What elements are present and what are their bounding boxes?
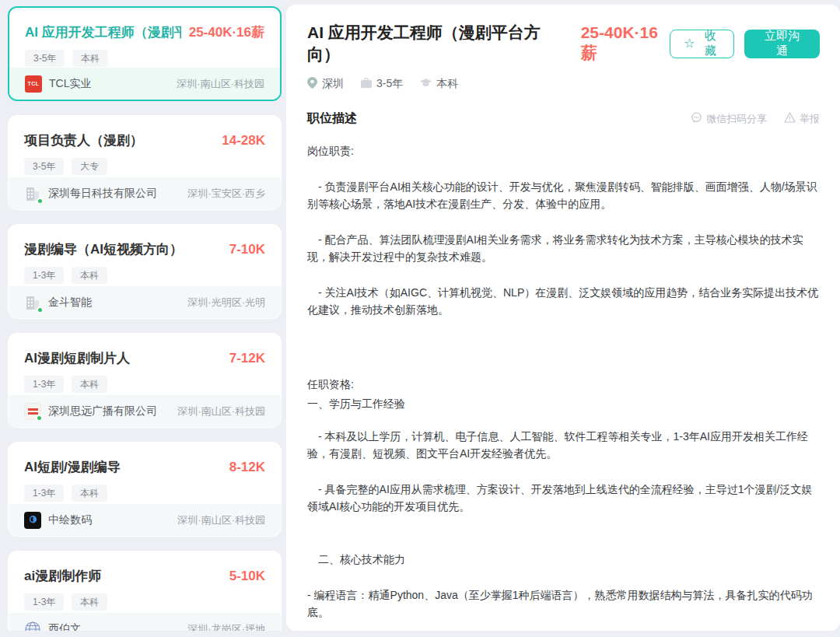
company-name: 西伯文 [48, 622, 187, 632]
education-tag: 本科 [72, 593, 107, 611]
desc-paragraph: - 本科及以上学历，计算机、电子信息、人工智能、软件工程等相关专业，1-3年AI… [307, 428, 820, 462]
company-location: 深圳·宝安区·西乡 [187, 187, 265, 201]
job-salary: 25-40K·16薪 [189, 23, 264, 41]
desc-paragraph: - 具备完整的AI应用从需求梳理、方案设计、开发落地到上线迭代的全流程经验，主导… [307, 481, 820, 515]
report-warning-icon [784, 112, 796, 125]
company-location: 深圳·南山区·科技园 [177, 513, 265, 527]
education-tag: 本科 [72, 50, 108, 67]
job-title: AI短剧/漫剧编导 [24, 458, 222, 476]
job-meta-row: 深圳 3-5年 本科 [307, 77, 820, 91]
briefcase-icon [361, 78, 372, 90]
job-card[interactable]: 漫剧编导（AI短视频方向） 7-10K 1-3年 本科 金斗智能 深圳·光明区·… [8, 224, 282, 319]
graduation-cap-icon [420, 78, 432, 90]
company-name: TCL实业 [49, 77, 177, 91]
job-card[interactable]: ai漫剧制作师 5-10K 1-3年 本科 西伯文 深圳·龙岗区·坪地 [8, 551, 282, 631]
company-name: 中绘数码 [48, 513, 177, 527]
city-meta: 深圳 [307, 77, 344, 91]
education-tag: 大专 [72, 158, 107, 175]
company-logo-zhonghui [24, 512, 41, 529]
experience-tag: 3-5年 [25, 50, 65, 67]
job-list: AI 应用开发工程师（漫剧平... 25-40K·16薪 3-5年 本科 TCL… [8, 6, 282, 631]
building-icon [24, 185, 41, 202]
job-title: ai漫剧制作师 [24, 567, 222, 585]
desc-paragraph: 二、核心技术能力 [307, 551, 820, 568]
job-detail-panel: AI 应用开发工程师（漫剧平台方向） 25-40K·16薪 ☆ 收藏 立即沟通 … [286, 5, 840, 631]
job-card[interactable]: AI 应用开发工程师（漫剧平... 25-40K·16薪 3-5年 本科 TCL… [8, 6, 282, 101]
chat-now-button[interactable]: 立即沟通 [744, 30, 820, 58]
job-salary: 5-10K [229, 569, 265, 584]
detail-salary: 25-40K·16薪 [581, 23, 670, 64]
location-pin-icon [307, 77, 317, 91]
job-title: AI漫剧短剧制片人 [24, 349, 222, 367]
experience-tag: 1-3年 [24, 485, 64, 502]
desc-paragraph: 岗位职责: [307, 142, 820, 159]
education-meta: 本科 [420, 77, 458, 91]
online-status-dot [36, 415, 43, 422]
company-name: 金斗智能 [48, 296, 187, 310]
education-tag: 本科 [72, 376, 107, 393]
building-icon [24, 294, 41, 311]
job-title: AI 应用开发工程师（漫剧平... [25, 23, 181, 41]
company-location: 深圳·南山区·科技园 [177, 404, 265, 418]
job-description-body: 岗位职责: - 负责漫剧平台AI相关核心功能的设计、开发与优化，聚焦漫剧转码、智… [307, 142, 820, 631]
job-title: 漫剧编导（AI短视频方向） [24, 240, 222, 258]
report-link[interactable]: 举报 [784, 112, 820, 126]
online-status-dot [37, 198, 44, 205]
experience-tag: 1-3年 [24, 593, 64, 611]
desc-paragraph: - 负责漫剧平台AI相关核心功能的设计、开发与优化，聚焦漫剧转码、智能排版、画面… [307, 178, 820, 212]
desc-paragraph: 一、学历与工作经验 [307, 395, 820, 412]
globe-icon [24, 621, 41, 632]
company-location: 深圳·光明区·光明 [187, 296, 265, 310]
company-name: 深圳每日科技有限公司 [48, 187, 187, 201]
job-card[interactable]: 项目负责人（漫剧） 14-28K 3-5年 大专 深圳每日科技有限公司 深圳·宝… [8, 115, 282, 210]
company-logo-siyuan [24, 403, 41, 420]
section-title-job-description: 职位描述 [307, 110, 357, 127]
job-salary: 7-10K [229, 242, 265, 257]
company-location: 深圳·南山区·科技园 [177, 77, 264, 91]
company-logo-tcl: TCL [25, 75, 42, 93]
experience-meta: 3-5年 [361, 77, 403, 91]
online-status-dot [37, 306, 44, 313]
star-icon: ☆ [684, 37, 695, 50]
education-tag: 本科 [72, 485, 107, 502]
job-card[interactable]: AI短剧/漫剧编导 8-12K 1-3年 本科 中绘数码 深圳·南山区·科技园 [8, 442, 282, 537]
job-salary: 7-12K [229, 351, 265, 366]
experience-tag: 1-3年 [24, 267, 64, 284]
favorite-button[interactable]: ☆ 收藏 [670, 30, 734, 58]
job-card[interactable]: AI漫剧短剧制片人 7-12K 1-3年 本科 深圳思远广播有限公司 深圳·南山… [8, 333, 282, 428]
job-title: 项目负责人（漫剧） [24, 131, 214, 149]
job-salary: 8-12K [229, 460, 265, 475]
desc-paragraph: - 关注AI技术（如AIGC、计算机视觉、NLP）在漫剧、泛文娱领域的应用趋势，… [307, 284, 820, 318]
experience-tag: 3-5年 [24, 158, 64, 175]
company-name: 深圳思远广播有限公司 [48, 404, 177, 418]
desc-paragraph: 任职资格: [307, 376, 820, 393]
page-title: AI 应用开发工程师（漫剧平台方向） [307, 22, 561, 65]
wechat-share-link[interactable]: 微信扫码分享 [691, 112, 767, 126]
job-salary: 14-28K [222, 133, 265, 149]
experience-tag: 1-3年 [24, 376, 64, 393]
desc-paragraph: - 配合产品、算法团队梳理漫剧AI相关业务需求，将业务需求转化为技术方案，主导核… [307, 231, 820, 265]
desc-paragraph: - 编程语言：精通Python、Java（至少掌握1种后端语言），熟悉常用数据结… [307, 586, 820, 621]
wechat-share-icon [691, 112, 702, 126]
company-location: 深圳·龙岗区·坪地 [187, 622, 265, 632]
education-tag: 本科 [72, 267, 107, 284]
